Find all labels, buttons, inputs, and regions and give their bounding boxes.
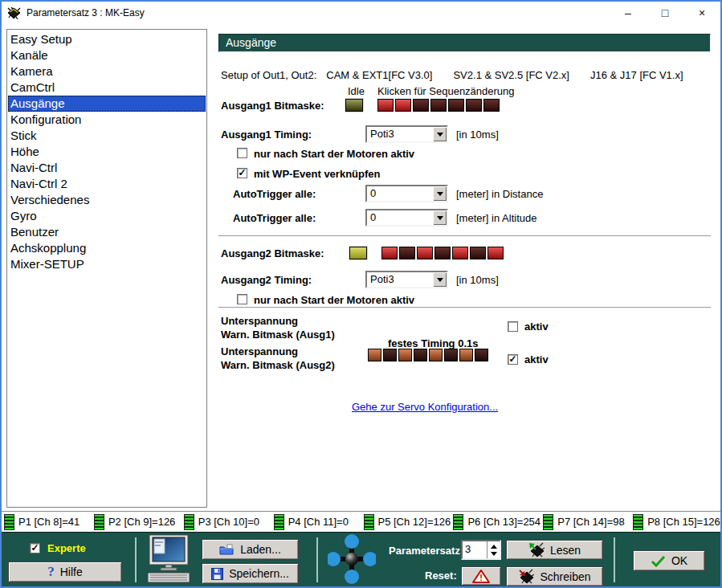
idle-label: Idle (348, 85, 365, 97)
lesen-button[interactable]: Lesen (506, 540, 603, 560)
bitmask-cell[interactable] (429, 349, 443, 361)
out2-motor-checkbox[interactable] (237, 294, 247, 304)
status-item-text: P7 [Ch 14]=98 (557, 516, 624, 528)
out1-timing-label: Ausgang1 Timing: (221, 129, 312, 141)
bitmask-cell[interactable] (417, 247, 433, 259)
bitmask-cell[interactable] (444, 349, 458, 361)
setup-option[interactable]: SV2.1 & SV2.5 [FC V2.x] (453, 69, 569, 81)
sidebar-item[interactable]: Konfiguration (8, 112, 206, 128)
out1-idle-indicator (345, 99, 363, 112)
reset-button[interactable]: ! (461, 566, 501, 586)
footer-toolbar: ✓ Experte ? Hilfe (2, 532, 720, 586)
sidebar-item[interactable]: Stick (8, 128, 206, 144)
bitmask-cell[interactable] (399, 247, 415, 259)
sidebar-item-label: Easy Setup (10, 32, 72, 46)
dropdown-arrow-icon[interactable] (433, 210, 447, 225)
close-button[interactable]: × (683, 2, 720, 24)
sidebar-item-label: Höhe (10, 145, 39, 158)
speichern-button[interactable]: Speichern... (202, 563, 299, 584)
out1-motor-checkbox[interactable] (237, 148, 247, 158)
undervoltage-aktiv1-checkbox[interactable] (508, 321, 518, 332)
autotrigger-altitude-value[interactable]: 0 (367, 210, 433, 225)
warning-icon: ! (472, 569, 490, 584)
spin-down-icon[interactable] (487, 550, 500, 559)
bitmask-cell[interactable] (487, 247, 504, 259)
bitmask-cell[interactable] (398, 349, 412, 361)
maximize-button[interactable]: □ (647, 2, 683, 24)
autotrigger-altitude-combo[interactable]: 0 (365, 209, 448, 227)
bitmask-cell[interactable] (395, 99, 411, 112)
sidebar-item[interactable]: Ausgänge (8, 96, 206, 112)
sidebar-item[interactable]: Achskopplung (8, 240, 206, 256)
sidebar-item[interactable]: CamCtrl (8, 80, 206, 96)
sidebar-item[interactable]: Easy Setup (8, 31, 206, 47)
experte-checkbox[interactable]: ✓ (30, 543, 40, 553)
bitmask-cell[interactable] (430, 99, 447, 112)
sidebar-item[interactable]: Gyro (8, 208, 206, 224)
undervoltage-aktiv2-checkbox[interactable]: ✓ (508, 354, 518, 365)
dropdown-arrow-icon[interactable] (433, 186, 447, 201)
svg-text:!: ! (479, 573, 483, 582)
bitmask-cell[interactable] (413, 99, 429, 112)
bitmask-cell[interactable] (475, 349, 488, 361)
ok-button-label: OK (671, 554, 687, 567)
sequence-hint-label: Klicken für Sequenzänderung (377, 85, 515, 97)
channel-gauge-icon (4, 514, 14, 530)
sidebar-item[interactable]: Navi-Ctrl 2 (8, 176, 206, 192)
laden-button[interactable]: Laden... (202, 539, 299, 560)
status-item-text: P3 [Ch 10]=0 (198, 516, 259, 528)
out2-timing-row: Ausgang2 Timing: Poti3 [in 10ms] (217, 271, 716, 290)
bitmask-cell[interactable] (459, 349, 473, 361)
bitmask-cell[interactable] (434, 247, 451, 259)
bitmask-cell[interactable] (381, 247, 398, 259)
sidebar-item[interactable]: Höhe (8, 144, 206, 160)
autotrigger-distance-value[interactable]: 0 (367, 186, 433, 201)
chip-write-icon (518, 569, 534, 584)
bitmask-cell[interactable] (414, 349, 427, 361)
sidebar-item[interactable]: Kanäle (8, 47, 206, 63)
undervoltage-timing-label: festes Timing 0.1s (388, 337, 478, 349)
spin-up-icon[interactable] (487, 541, 500, 550)
out1-timing-combo[interactable]: Poti3 (365, 125, 448, 143)
out2-timing-combo[interactable]: Poti3 (365, 271, 448, 288)
autotrigger-distance-row: AutoTrigger alle: 0 [meter] in Distance (217, 185, 716, 204)
sidebar-item[interactable]: Navi-Ctrl (8, 160, 206, 176)
ok-button[interactable]: OK (633, 550, 705, 571)
autotrigger-altitude-row: AutoTrigger alle: 0 [meter] in Altitude (217, 209, 716, 228)
setup-option[interactable]: CAM & EXT1[FC V3.0] (326, 69, 432, 81)
setup-option[interactable]: J16 & J17 [FC V1.x] (590, 69, 683, 81)
minimize-button[interactable]: – (610, 2, 647, 24)
parametersatz-value[interactable]: 3 (463, 541, 487, 558)
undervoltage-aktiv1-row: aktiv (508, 321, 549, 333)
sidebar-item-label: Kamera (10, 64, 53, 78)
sidebar-item[interactable]: Kamera (8, 63, 206, 80)
out2-idle-indicator (349, 247, 367, 259)
dropdown-arrow-icon[interactable] (433, 272, 447, 287)
bitmask-cell[interactable] (483, 99, 500, 112)
bitmask-cell[interactable] (470, 247, 486, 259)
autotrigger-altitude-label: AutoTrigger alle: (233, 212, 316, 224)
sidebar-item[interactable]: Benutzer (8, 224, 206, 240)
bitmask-cell[interactable] (466, 99, 482, 112)
status-item: P7 [Ch 14]=98 (540, 514, 630, 530)
out1-wp-checkbox[interactable]: ✓ (237, 168, 247, 178)
hilfe-button[interactable]: ? Hilfe (8, 561, 122, 582)
sidebar-item[interactable]: Verschiedenes (8, 192, 206, 208)
sidebar-item[interactable]: Mixer-SETUP (8, 256, 206, 272)
bitmask-cell[interactable] (452, 247, 468, 259)
out2-bitmask-row: Ausgang2 Bitmaske: (217, 246, 716, 265)
bitmask-cell[interactable] (383, 349, 397, 361)
dropdown-arrow-icon[interactable] (433, 127, 447, 141)
schreiben-button[interactable]: Schreiben (506, 566, 603, 586)
bitmask-cell[interactable] (448, 99, 464, 112)
bitmask-cell[interactable] (368, 349, 381, 361)
out1-timing-value[interactable]: Poti3 (367, 127, 433, 141)
parametersatz-spinner[interactable]: 3 (461, 540, 501, 560)
out2-timing-label: Ausgang2 Timing: (221, 274, 312, 286)
servo-config-link[interactable]: Gehe zur Servo Konfiguration... (352, 401, 498, 413)
autotrigger-distance-unit: [meter] in Distance (456, 188, 543, 200)
bitmask-cell[interactable] (377, 99, 394, 112)
autotrigger-distance-combo[interactable]: 0 (365, 185, 448, 202)
out2-bitmask-label: Ausgang2 Bitmaske: (221, 247, 324, 259)
out2-timing-value[interactable]: Poti3 (367, 272, 433, 287)
